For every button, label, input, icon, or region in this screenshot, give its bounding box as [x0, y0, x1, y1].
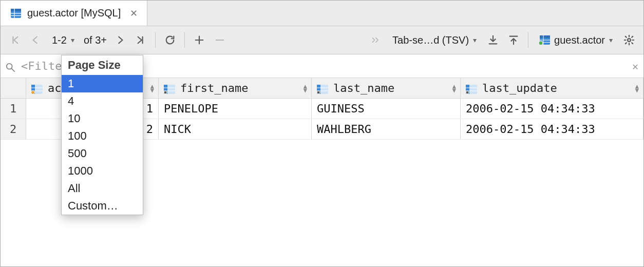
- row-number: 1: [1, 99, 26, 119]
- page-size-option[interactable]: 4: [62, 92, 143, 110]
- sort-icon[interactable]: ▲▼: [304, 84, 307, 92]
- last-page-button[interactable]: [131, 30, 150, 50]
- page-size-option[interactable]: 1: [62, 75, 143, 92]
- first-page-button[interactable]: [6, 30, 24, 50]
- column-header-last-name[interactable]: last_name ▲▼: [312, 78, 461, 98]
- gutter-header: [1, 78, 26, 98]
- svg-rect-1: [11, 9, 21, 11]
- column-header-last-update[interactable]: last_update ▲▼: [461, 78, 643, 98]
- column-label: last_update: [482, 82, 557, 94]
- svg-point-33: [466, 91, 469, 94]
- svg-point-18: [31, 90, 35, 94]
- sort-icon[interactable]: ▲▼: [635, 84, 639, 92]
- tab-guest-actor[interactable]: guest.actor [MySQL] ✕: [1, 1, 147, 26]
- remove-row-button[interactable]: [211, 30, 229, 50]
- column-icon: [31, 84, 43, 93]
- svg-point-11: [628, 39, 631, 42]
- chevron-down-icon: ▾: [609, 36, 613, 44]
- toolbar: 1-2 ▾ of 3+ Tab-se…d (TSV) ▾: [1, 26, 643, 54]
- target-table-selector[interactable]: guest.actor ▾: [534, 30, 618, 50]
- next-page-button[interactable]: [111, 30, 129, 50]
- page-of-label: of 3+: [82, 34, 109, 46]
- column-icon: [317, 84, 328, 93]
- separator: [155, 32, 156, 48]
- row-number: 2: [1, 119, 26, 139]
- close-icon[interactable]: ✕: [130, 8, 138, 19]
- settings-button[interactable]: [620, 30, 638, 50]
- separator: [184, 32, 185, 48]
- table-icon: [11, 9, 21, 18]
- cell-first-name[interactable]: NICK: [159, 119, 312, 139]
- sort-icon[interactable]: ▲▼: [452, 84, 456, 92]
- sort-icon[interactable]: ▲▼: [150, 84, 154, 92]
- column-label: first_name: [180, 82, 248, 94]
- svg-point-12: [7, 63, 12, 69]
- page-size-option[interactable]: Custom…: [62, 197, 143, 215]
- page-size-option[interactable]: 500: [62, 145, 143, 162]
- dropdown-header: Page Size: [62, 55, 143, 75]
- tab-bar: guest.actor [MySQL] ✕: [1, 1, 643, 26]
- separator: [528, 32, 528, 48]
- table-icon: [539, 35, 550, 45]
- tab-title: guest.actor [MySQL]: [27, 7, 121, 19]
- svg-line-13: [12, 68, 14, 71]
- column-icon: [466, 84, 477, 93]
- prev-page-button[interactable]: [26, 30, 45, 50]
- more-icon[interactable]: [367, 30, 385, 50]
- page-size-dropdown: Page Size 14101005001000AllCustom…: [61, 55, 143, 215]
- page-range-label: 1-2: [52, 34, 67, 46]
- reload-button[interactable]: [161, 30, 179, 50]
- page-size-option[interactable]: 1000: [62, 162, 143, 180]
- export-format-label: Tab-se…d (TSV): [392, 34, 469, 46]
- upload-button[interactable]: [504, 30, 523, 50]
- export-format-selector[interactable]: Tab-se…d (TSV) ▾: [387, 30, 482, 50]
- svg-rect-6: [540, 35, 550, 38]
- add-row-button[interactable]: [190, 30, 209, 50]
- cell-last-update[interactable]: 2006-02-15 04:34:33: [461, 99, 643, 119]
- column-icon: [164, 84, 175, 93]
- page-size-option[interactable]: 100: [62, 127, 143, 145]
- chevron-down-icon: ▾: [473, 36, 477, 44]
- chevron-down-icon: ▾: [71, 36, 74, 44]
- column-label: last_name: [333, 82, 394, 94]
- target-table-label: guest.actor: [554, 34, 605, 46]
- column-header-first-name[interactable]: first_name ▲▼: [159, 78, 312, 98]
- page-range-selector[interactable]: 1-2 ▾: [47, 30, 80, 50]
- svg-point-28: [317, 91, 320, 94]
- cell-last-update[interactable]: 2006-02-15 04:34:33: [461, 119, 643, 139]
- cell-last-name[interactable]: GUINESS: [312, 99, 461, 119]
- cell-first-name[interactable]: PENELOPE: [159, 99, 312, 119]
- search-icon: [6, 62, 15, 71]
- svg-point-10: [539, 41, 543, 45]
- download-button[interactable]: [484, 30, 502, 50]
- clear-filter-icon[interactable]: ✕: [632, 60, 638, 72]
- page-size-option[interactable]: 10: [62, 110, 143, 127]
- cell-last-name[interactable]: WAHLBERG: [312, 119, 461, 139]
- page-size-option[interactable]: All: [62, 180, 143, 197]
- svg-point-23: [164, 91, 167, 94]
